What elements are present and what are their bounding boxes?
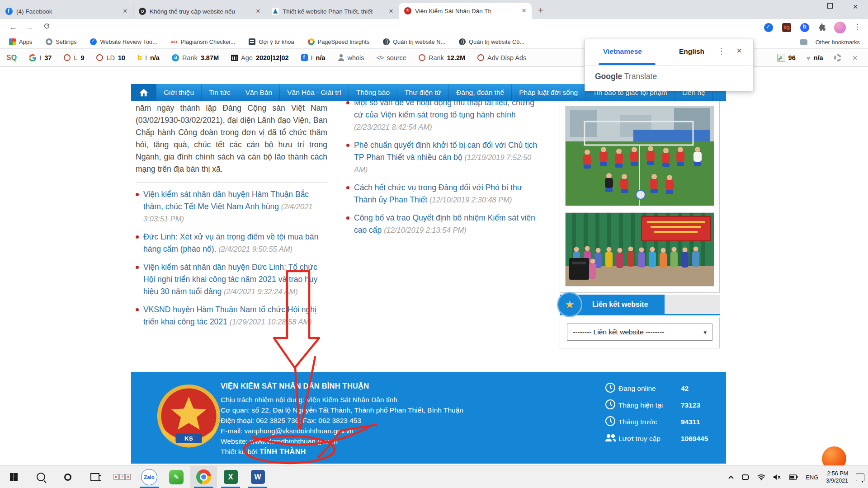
bookmark-settings[interactable]: Settings — [46, 38, 76, 45]
news-link[interactable]: Phê chuẩn quyết định khởi tố bị can đối … — [346, 139, 542, 176]
seo-close-icon[interactable]: ✕ — [852, 54, 858, 62]
bookmark-apps[interactable]: Apps — [9, 38, 32, 45]
close-icon[interactable]: ✕ — [387, 7, 395, 15]
news-link[interactable]: VKSND huyện Hàm Thuận Nam tổ chức Hội ng… — [136, 304, 327, 328]
seo-whois[interactable]: whois — [338, 54, 364, 61]
seo-health[interactable]: ♥n/a — [807, 54, 823, 62]
excel-icon: X — [224, 470, 238, 484]
bookmark-admin-c[interactable]: Quản trị website Cô... — [459, 38, 524, 45]
other-bookmarks[interactable]: Other bookmarks — [800, 35, 860, 49]
word-app-button[interactable]: W — [244, 466, 271, 488]
nav-thong-bao[interactable]: Thông báo — [349, 84, 397, 101]
website-links-body: -------- Liên kết website -------- ▾ — [560, 317, 720, 348]
seo-google-index[interactable]: I37 — [29, 54, 52, 61]
excel-app-button[interactable]: X — [217, 466, 244, 488]
tray-display-icon[interactable] — [742, 474, 750, 481]
extension-check-icon[interactable] — [764, 23, 773, 32]
nav-thu-dien-tu[interactable]: Thư điện tử — [397, 84, 449, 101]
seo-score[interactable]: 96 — [777, 54, 796, 62]
task-view-button[interactable] — [81, 466, 108, 488]
extension-blue-icon[interactable] — [800, 23, 809, 32]
window-maximize-button[interactable] — [817, 0, 843, 14]
website-links-select[interactable]: -------- Liên kết website -------- ▾ — [567, 324, 712, 341]
unikey-icon: uin — [113, 474, 131, 480]
close-icon[interactable]: ✕ — [736, 47, 742, 55]
close-icon[interactable]: ✕ — [520, 7, 528, 15]
tray-language[interactable]: ENG — [806, 474, 818, 481]
bookmark-website-review[interactable]: Website Review Too... — [90, 38, 157, 45]
nav-home[interactable] — [131, 84, 156, 101]
forward-button[interactable]: → — [23, 20, 36, 34]
heart-icon: ♥ — [807, 54, 811, 62]
seo-source[interactable]: </>source — [377, 54, 406, 61]
seo-alexa-rank[interactable]: Rank3.87M — [172, 54, 219, 61]
tab-vksnd-active[interactable]: Viện Kiểm Sát Nhân Dân Th ✕ — [399, 3, 532, 19]
close-icon[interactable]: ✕ — [121, 7, 129, 15]
word-icon: W — [251, 470, 265, 484]
action-center-icon[interactable] — [856, 474, 864, 481]
seo-linkdomain[interactable]: LD10 — [96, 54, 125, 61]
chrome-app-button[interactable] — [190, 466, 217, 488]
news-link[interactable]: Một số vấn đề về hoạt động thu thập tài … — [346, 97, 542, 133]
nav-tin-tuc[interactable]: Tin tức — [202, 84, 238, 101]
translate-tab-vietnamese[interactable]: Vietnamese — [603, 47, 642, 56]
extension-seoquake-icon[interactable]: SQ — [782, 23, 791, 32]
extensions-puzzle-icon[interactable] — [818, 23, 827, 32]
bookmark-plagiarism[interactable]: SSTPlagiarism Checker... — [171, 38, 236, 45]
nav-gioi-thieu[interactable]: Giới thiệu — [156, 84, 202, 101]
footer-line-email: E-mail: vanphong@vksndbinhthuan.gov.vn — [221, 427, 354, 435]
clock-icon — [605, 399, 618, 412]
bookmark-admin-n[interactable]: Quản trị website N... — [383, 38, 445, 45]
news-link[interactable]: Cách hết chức vụ trong Đảng đối với Phó … — [346, 182, 542, 206]
chrome-menu-icon[interactable]: ⋮ — [854, 22, 861, 32]
tray-volume-muted-icon[interactable] — [773, 474, 781, 480]
news-link[interactable]: Đức Linh: Xét xử vụ án trọng điểm về tội… — [136, 231, 327, 255]
new-tab-button[interactable]: + — [534, 5, 547, 17]
zalo-app-button[interactable]: Zalo — [136, 466, 163, 488]
news-link[interactable]: Viện kiểm sát nhân dân huyện Đức Linh: T… — [136, 261, 327, 298]
profile-avatar[interactable] — [834, 22, 846, 33]
close-icon[interactable]: ✕ — [254, 7, 262, 15]
seo-rank2[interactable]: Rank12.2M — [419, 54, 465, 61]
start-button[interactable] — [0, 466, 27, 488]
photo-football-team[interactable] — [565, 106, 714, 206]
news-link[interactable]: Viện kiểm sát nhân dân huyện Hàm Thuận B… — [136, 188, 327, 225]
photo-group-event[interactable] — [565, 212, 714, 286]
tab-error-page[interactable]: Không thể truy cập website nếu ✕ — [133, 4, 266, 19]
tab-facebook[interactable]: (4) Facebook ✕ — [0, 4, 133, 19]
notes-app-button[interactable]: ✎ — [163, 466, 190, 488]
seo-facebook[interactable]: In/a — [301, 54, 326, 61]
tray-wifi-icon[interactable] — [757, 474, 765, 480]
seoquake-logo[interactable]: SQ — [6, 54, 17, 62]
bookmark-pagespeed[interactable]: PageSpeed Insights — [308, 38, 370, 45]
seo-age[interactable]: Age2020|12|02 — [231, 54, 288, 61]
tray-clock[interactable]: 2:56 PM 3/9/2021 — [826, 470, 848, 484]
taskbar-search[interactable] — [27, 466, 54, 488]
seo-bing-index[interactable]: bIn/a — [137, 54, 160, 62]
seo-adv-ads[interactable]: Adv Disp Ads — [477, 54, 526, 61]
nav-van-ban[interactable]: Văn Bản — [238, 84, 280, 101]
svg-text:KS: KS — [184, 435, 193, 442]
window-minimize-button[interactable] — [792, 0, 817, 14]
designer-brand[interactable]: TÍNH THÀNH — [259, 448, 306, 455]
tab-webdesign[interactable]: Thiết kế website Phan Thiết, thiết ✕ — [266, 4, 399, 19]
nav-dang-doan-the[interactable]: Đảng, đoàn thể — [449, 84, 512, 101]
reload-button[interactable] — [40, 20, 53, 34]
nav-phap-luat[interactable]: Pháp luật đời sống — [512, 84, 585, 101]
news-link[interactable]: Công bố và trao Quyết định bổ nhiệm Kiểm… — [346, 212, 542, 236]
kebab-menu-icon[interactable]: ⋮ — [717, 47, 725, 56]
cortana-button[interactable] — [54, 466, 81, 488]
tray-battery-icon[interactable] — [789, 474, 798, 480]
bookmark-keyword[interactable]: Gợi ý từ khóa — [249, 38, 294, 45]
nav-van-hoa[interactable]: Văn Hóa - Giải trí — [280, 84, 349, 101]
translate-tab-english[interactable]: English — [679, 47, 704, 56]
notes-icon: ✎ — [169, 470, 184, 484]
seo-settings-gear-icon[interactable] — [834, 54, 841, 61]
google-translate-popup: Vietnamese English ⋮ ✕ Google Translate — [585, 39, 754, 91]
seo-links[interactable]: L9 — [64, 54, 84, 61]
tray-chevron-up-icon[interactable] — [728, 475, 734, 479]
back-button[interactable]: ← — [6, 20, 20, 34]
footer-line: Điện thoại: 062 3825 736; Fax: 062 3823 … — [221, 417, 361, 425]
window-close-button[interactable]: ✕ — [843, 0, 868, 14]
unikey-button[interactable]: uin — [108, 466, 136, 488]
